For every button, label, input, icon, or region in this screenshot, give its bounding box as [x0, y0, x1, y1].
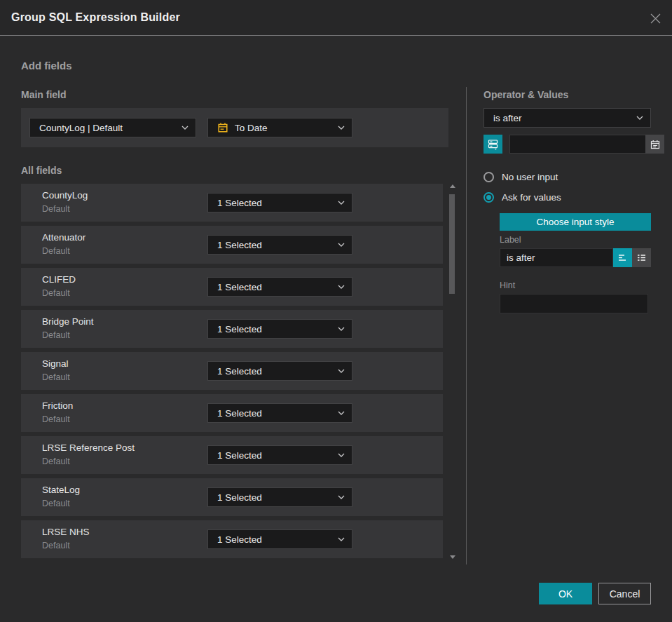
chevron-down-icon — [338, 369, 345, 373]
align-left-icon — [617, 252, 628, 263]
scroll-down-arrow-icon[interactable] — [450, 555, 455, 559]
field-selection-dropdown[interactable]: 1 Selected — [207, 487, 352, 507]
field-selection-value: 1 Selected — [217, 324, 262, 334]
field-selection-dropdown[interactable]: 1 Selected — [207, 361, 352, 381]
field-row: Friction Default 1 Selected — [21, 394, 443, 432]
chevron-down-icon — [338, 453, 345, 457]
field-name: CLIFED — [42, 274, 76, 285]
dialog-titlebar: Group SQL Expression Builder — [0, 0, 672, 36]
panel-divider — [466, 87, 467, 564]
scroll-up-arrow-icon[interactable] — [450, 184, 455, 188]
field-row: Bridge Point Default 1 Selected — [21, 310, 443, 348]
field-selection-dropdown[interactable]: 1 Selected — [207, 319, 352, 339]
list-icon — [636, 252, 647, 263]
field-type-label: Default — [42, 330, 70, 340]
operator-dropdown-value: is after — [493, 113, 522, 123]
choose-input-style-button[interactable]: Choose input style — [500, 213, 651, 231]
fields-list-scrollbar[interactable] — [448, 181, 457, 561]
radio-ask-for-values[interactable]: Ask for values — [484, 192, 561, 203]
chevron-down-icon — [338, 537, 345, 541]
field-type-label: Default — [42, 457, 70, 466]
field-type-label: Default — [42, 499, 70, 508]
field-type-label: Default — [42, 541, 70, 550]
list-style-button[interactable] — [632, 248, 651, 267]
chevron-down-icon — [338, 285, 345, 289]
calendar-icon — [217, 122, 228, 133]
ok-button[interactable]: OK — [539, 583, 592, 604]
radio-no-user-input-label: No user input — [502, 172, 558, 182]
value-input-wrap — [509, 135, 651, 154]
field-row: Signal Default 1 Selected — [21, 352, 443, 390]
operator-dropdown[interactable]: is after — [484, 108, 651, 128]
main-field-date-value: To Date — [235, 123, 268, 133]
chevron-down-icon — [636, 116, 643, 120]
radio-no-user-input[interactable]: No user input — [484, 172, 558, 182]
field-selection-dropdown[interactable]: 1 Selected — [207, 403, 352, 423]
field-name: Friction — [42, 400, 73, 411]
field-type-label: Default — [42, 372, 70, 382]
field-row: Attenuator Default 1 Selected — [21, 226, 443, 264]
radio-selected-icon — [484, 192, 494, 203]
field-selection-value: 1 Selected — [217, 198, 262, 208]
single-line-style-button[interactable] — [613, 248, 632, 267]
hint-caption: Hint — [500, 280, 515, 290]
chevron-down-icon — [338, 126, 345, 130]
main-field-dropdown[interactable]: CountyLog | Default — [29, 118, 196, 137]
field-selection-value: 1 Selected — [217, 240, 262, 250]
field-name: Attenuator — [42, 232, 85, 243]
field-type-label: Default — [42, 246, 70, 256]
label-caption: Label — [500, 235, 521, 245]
field-stack-icon — [487, 138, 499, 150]
cancel-button[interactable]: Cancel — [598, 583, 651, 604]
close-icon — [650, 13, 661, 25]
field-selection-dropdown[interactable]: 1 Selected — [207, 445, 352, 465]
field-selection-value: 1 Selected — [217, 282, 262, 292]
field-row: StateLog Default 1 Selected — [21, 478, 443, 516]
field-name: CountyLog — [42, 190, 88, 201]
all-fields-list: CountyLog Default 1 Selected Attenuator … — [21, 184, 443, 562]
close-button[interactable] — [647, 10, 664, 27]
field-name: LRSE NHS — [42, 527, 90, 537]
field-type-label: Default — [42, 414, 70, 424]
field-selection-dropdown[interactable]: 1 Selected — [207, 193, 352, 212]
field-row: LRSE Reference Post Default 1 Selected — [21, 436, 443, 474]
field-selection-value: 1 Selected — [217, 534, 262, 545]
field-name: Signal — [42, 358, 69, 369]
scrollbar-thumb[interactable] — [449, 194, 455, 294]
field-row: LRSE NHS Default 1 Selected — [21, 520, 443, 558]
main-field-date-dropdown[interactable]: To Date — [207, 118, 352, 137]
add-fields-heading: Add fields — [21, 60, 72, 72]
field-row: CLIFED Default 1 Selected — [21, 268, 443, 306]
value-type-button[interactable] — [484, 135, 502, 154]
chevron-down-icon — [338, 327, 345, 331]
chevron-down-icon — [338, 411, 345, 415]
field-selection-dropdown[interactable]: 1 Selected — [207, 277, 352, 297]
radio-ask-for-values-label: Ask for values — [502, 192, 561, 203]
field-selection-dropdown[interactable]: 1 Selected — [207, 235, 352, 255]
all-fields-heading: All fields — [21, 165, 62, 176]
value-input[interactable] — [510, 135, 645, 153]
calendar-icon — [650, 139, 661, 150]
field-selection-value: 1 Selected — [217, 408, 262, 419]
field-selection-dropdown[interactable]: 1 Selected — [207, 529, 352, 549]
field-name: LRSE Reference Post — [42, 442, 135, 453]
date-picker-button[interactable] — [645, 135, 664, 154]
field-row: CountyLog Default 1 Selected — [21, 184, 443, 222]
main-field-heading: Main field — [21, 89, 67, 100]
operator-values-heading: Operator & Values — [484, 89, 568, 100]
field-selection-value: 1 Selected — [217, 450, 262, 461]
main-field-dropdown-value: CountyLog | Default — [39, 123, 123, 133]
hint-input[interactable] — [500, 294, 648, 313]
field-type-label: Default — [42, 204, 70, 214]
chevron-down-icon — [338, 243, 345, 247]
radio-circle-icon — [484, 172, 494, 182]
label-input[interactable] — [500, 248, 613, 267]
field-selection-value: 1 Selected — [217, 366, 262, 377]
field-selection-value: 1 Selected — [217, 492, 262, 503]
chevron-down-icon — [181, 126, 188, 130]
field-name: StateLog — [42, 485, 80, 495]
main-field-panel: CountyLog | Default To Date — [21, 108, 448, 147]
chevron-down-icon — [338, 495, 345, 499]
chevron-down-icon — [338, 201, 345, 205]
field-name: Bridge Point — [42, 316, 94, 327]
